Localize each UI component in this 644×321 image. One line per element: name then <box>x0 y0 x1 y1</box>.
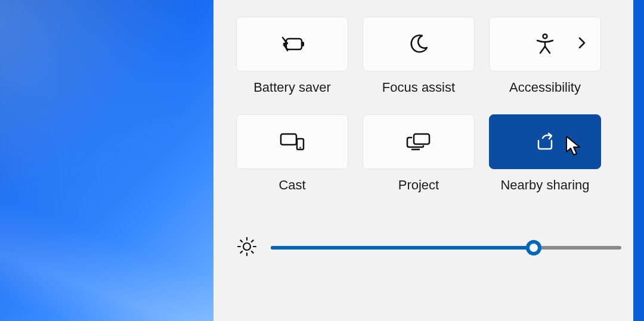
desktop-blue-edge <box>633 0 644 321</box>
battery-saver-label: Battery saver <box>253 80 331 95</box>
svg-rect-6 <box>414 134 429 144</box>
tile-wrap-battery-saver: Battery saver <box>236 17 348 95</box>
svg-line-14 <box>240 251 242 253</box>
quick-settings-panel: Battery saver Focus assist <box>213 0 644 321</box>
quick-settings-grid-row-2: Cast Project <box>236 114 621 193</box>
brightness-icon <box>236 236 258 260</box>
project-icon <box>405 132 432 151</box>
svg-line-12 <box>240 240 242 242</box>
accessibility-tile[interactable] <box>489 17 601 71</box>
tile-wrap-project: Project <box>363 114 475 193</box>
focus-assist-label: Focus assist <box>382 80 455 95</box>
focus-assist-tile[interactable] <box>363 17 475 71</box>
desktop-wallpaper <box>0 0 213 321</box>
svg-line-15 <box>252 240 253 242</box>
battery-saver-tile[interactable] <box>236 17 348 71</box>
cast-tile[interactable] <box>236 114 348 169</box>
svg-line-13 <box>252 251 253 253</box>
accessibility-label: Accessibility <box>509 80 581 95</box>
brightness-slider-row <box>236 236 621 260</box>
brightness-fill <box>271 246 534 250</box>
tile-wrap-accessibility: Accessibility <box>489 17 601 95</box>
svg-point-7 <box>243 243 250 250</box>
tile-wrap-focus-assist: Focus assist <box>363 17 475 95</box>
tile-wrap-cast: Cast <box>236 114 348 193</box>
moon-icon <box>408 33 429 55</box>
quick-settings-grid-row-1: Battery saver Focus assist <box>236 17 621 95</box>
nearby-sharing-label: Nearby sharing <box>500 177 589 193</box>
svg-rect-1 <box>302 42 304 46</box>
cast-icon <box>279 132 305 151</box>
brightness-slider[interactable] <box>271 246 621 250</box>
nearby-sharing-tile[interactable] <box>489 114 601 169</box>
svg-rect-3 <box>281 134 296 145</box>
cast-label: Cast <box>278 177 305 193</box>
svg-rect-0 <box>286 39 302 49</box>
accessibility-icon <box>535 33 555 55</box>
svg-point-5 <box>299 147 301 149</box>
brightness-thumb[interactable] <box>526 240 541 255</box>
project-tile[interactable] <box>363 114 475 169</box>
share-icon <box>535 132 555 151</box>
project-label: Project <box>398 177 439 193</box>
battery-saver-icon <box>279 35 305 53</box>
svg-point-2 <box>543 35 547 39</box>
chevron-right-icon[interactable] <box>578 36 586 52</box>
tile-wrap-nearby-sharing: Nearby sharing <box>489 114 601 193</box>
